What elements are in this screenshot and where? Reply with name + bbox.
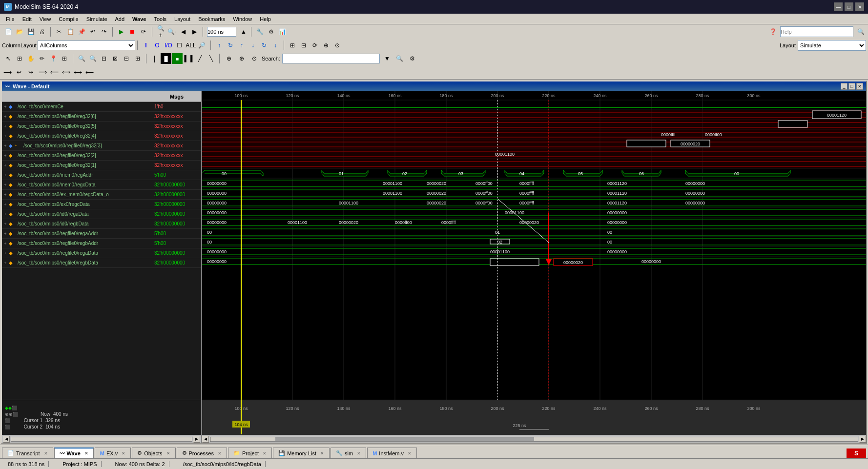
extra-btn4[interactable]: ⟹ [37,67,48,78]
view-btn1[interactable]: ⊞ [287,40,298,51]
menu-layout[interactable]: Layout [170,15,194,23]
expand-icon[interactable]: + [2,261,9,265]
signal-row[interactable]: + ◆ /soc_tb/soc0/mips0/regfile0/reg32[6]… [2,112,201,122]
extra-btn8[interactable]: ⟵ [84,67,95,78]
open-btn[interactable]: 📂 [14,26,25,37]
view-btn5[interactable]: ⊙ [332,40,343,51]
zoom-region-btn[interactable]: ⊞ [14,53,25,64]
scroll-left-btn[interactable]: ◀ [3,436,10,443]
scroll-right-wave-btn[interactable]: ▶ [859,436,866,443]
search-go-btn[interactable]: ▼ [382,53,393,64]
scroll-left-wave-btn[interactable]: ◀ [202,436,209,443]
scrollbar-left[interactable]: ◀ ▶ [2,435,202,443]
wave-scrollbar-track[interactable] [210,437,858,442]
signal-row[interactable]: + ◆ /soc_tb/soc0/mips0/mem0/regAddr 5'h0… [2,170,201,180]
trans-btn5[interactable]: ╱ [194,53,205,64]
trans-btn4[interactable]: ▌▐ [183,53,194,64]
menu-window[interactable]: Window [229,15,256,23]
scrollbar-track[interactable] [11,437,192,442]
expand-icon[interactable]: + [2,202,9,207]
menu-add[interactable]: Add [111,15,129,23]
cursor-btn[interactable]: ↖ [3,53,14,64]
wave-scrollbar-thumb[interactable] [275,437,534,441]
wave-display[interactable]: 100 ns 120 ns 140 ns 160 ns 180 ns 200 n… [202,91,866,400]
wave-group-btn[interactable]: ⊞ [59,53,70,64]
expand-icon[interactable]: + [2,134,9,139]
sig-btn5[interactable]: ALL [186,40,196,51]
redo-btn[interactable]: ↷ [99,26,109,37]
search-prev-btn[interactable]: ⊕ [224,53,234,64]
stop-btn[interactable]: ⏹ [127,26,138,37]
search-clear-btn[interactable]: 🔍 [394,53,405,64]
sig-btn6[interactable]: 🔎 [197,40,207,51]
sim-time-up[interactable]: ▲ [238,26,249,37]
btn-b[interactable]: ⚙ [266,26,276,37]
nav-btn6[interactable]: ↓ [270,40,281,51]
extra-btn2[interactable]: ↩ [14,67,24,78]
signal-row[interactable]: + ◆ + /soc_tb/soc0/mips0/regfile0/reg32[… [2,141,201,151]
tab-project[interactable]: 📁 Project ✕ [228,448,272,458]
undo-btn[interactable]: ↶ [87,26,98,37]
tab-project-close[interactable]: ✕ [263,451,267,456]
paste-btn[interactable]: 📌 [76,26,87,37]
expand-icon[interactable]: + [2,222,9,226]
sim-time-input[interactable] [207,27,236,37]
restart-btn[interactable]: ⟳ [138,26,149,37]
signal-row[interactable]: + ◆ /soc_tb/soc0/mips0/regfile0/regbAddr… [2,239,201,248]
tab-memory-list[interactable]: 💾 Memory List ✕ [273,448,330,458]
titlebar-controls[interactable]: — □ ✕ [834,2,864,11]
wave-edit-btn[interactable]: ✏ [37,53,47,64]
view-btn4[interactable]: ⊕ [321,40,331,51]
tab-objects-close[interactable]: ✕ [166,451,170,456]
signal-row[interactable]: + ◆ /soc_tb/soc0/mips0/id0/regbData 32'h… [2,219,201,229]
tab-sim-close[interactable]: ✕ [357,451,361,456]
tab-transcript-close[interactable]: ✕ [44,451,48,456]
signal-row[interactable]: + ◆ /soc_tb/soc0/mips0/ex_mem0/regcData_… [2,190,201,200]
help-input[interactable] [780,26,853,37]
hand-btn[interactable]: ✋ [25,53,36,64]
menu-help[interactable]: Help [256,15,275,23]
new-btn[interactable]: 📄 [3,26,14,37]
extra-btn1[interactable]: ⟶ [2,67,13,78]
help-go-btn[interactable]: 🔍 [855,26,866,37]
scroll-right-btn[interactable]: ▶ [193,436,200,443]
tab-exv[interactable]: M EX.v ✕ [95,448,131,458]
run-btn[interactable]: ▶ [116,26,126,37]
menu-view[interactable]: View [36,15,55,23]
copy-btn[interactable]: 📋 [65,26,76,37]
expand-icon[interactable]: + [2,231,9,236]
zoom-in-btn[interactable]: 🔍+ [155,26,166,37]
expand-icon[interactable]: + [2,173,9,178]
nav-btn2[interactable]: ↻ [225,40,236,51]
btn-c[interactable]: 📊 [277,26,288,37]
wave-close-btn[interactable]: ✕ [856,83,863,90]
search-more-btn[interactable]: ⚙ [407,53,418,64]
tab-wave[interactable]: 〰 Wave ✕ [54,448,94,458]
close-button[interactable]: ✕ [855,2,864,11]
menu-compile[interactable]: Compile [55,15,82,23]
cut-btn[interactable]: ✂ [54,26,64,37]
zoom-out-wave[interactable]: 🔍 [87,53,98,64]
tab-wave-close[interactable]: ✕ [84,451,88,456]
tab-instmem-close[interactable]: ✕ [408,451,412,456]
sig-btn3[interactable]: I/O [163,40,174,51]
scrollbar-right[interactable]: ◀ ▶ [202,435,866,443]
menu-simulate[interactable]: Simulate [83,15,111,23]
extra-btn6[interactable]: ⟺ [61,67,71,78]
expand-icon[interactable]: + [2,251,9,256]
tab-processes[interactable]: ⚙ Processes ✕ [177,448,227,458]
print-btn[interactable]: 🖨 [37,26,47,37]
save-btn[interactable]: 💾 [25,26,36,37]
signal-row[interactable]: + ◆ /soc_tb/soc0/mips0/regfile0/regaData… [2,248,201,258]
zoom-custom-wave[interactable]: ⊞ [132,53,143,64]
extra-btn7[interactable]: ⟷ [72,67,83,78]
sig-btn2[interactable]: O [152,40,163,51]
menu-edit[interactable]: Edit [19,15,36,23]
tab-transcript[interactable]: 📄 Transcript ✕ [2,448,53,458]
trans-btn1[interactable]: | [149,53,160,64]
signal-row[interactable]: + ◆ /soc_tb/soc0/mips0/mem0/regcData 32'… [2,180,201,190]
tab-objects[interactable]: ⚙ Objects ✕ [132,448,175,458]
expand-icon[interactable]: + [2,192,9,197]
tab-sim[interactable]: 🔧 sim ✕ [331,448,366,458]
signal-row[interactable]: + ◆ /soc_tb/soc0/mips0/ex0/regcData 32'h… [2,200,201,209]
